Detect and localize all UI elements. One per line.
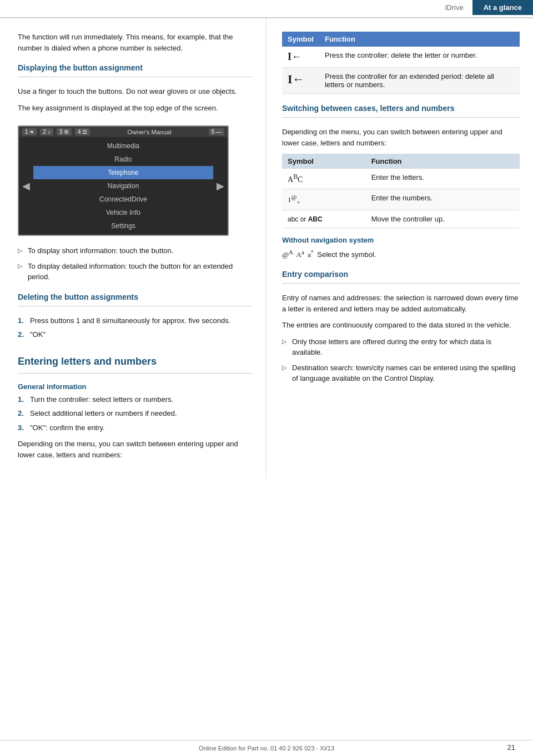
table1-symbol-1: I← xyxy=(282,47,319,68)
section2-divider xyxy=(18,306,253,306)
entry-comparison-para2: The entries are continuously compared to… xyxy=(282,320,520,331)
menu-settings: Settings xyxy=(33,219,213,233)
delete-symbol-2: I← xyxy=(288,72,305,86)
screen-nav-arrow-right: ▶ xyxy=(213,137,228,235)
table2-symbol-3: abc or ABC xyxy=(282,210,366,228)
deleting-steps: 1. Press buttons 1 and 8 simultaneously … xyxy=(18,315,253,340)
without-nav-symbols: @A Aa aᵃ xyxy=(282,250,313,259)
screen-menu: Multimedia Radio Telephone Navigation Co… xyxy=(33,137,213,235)
numbers-symbol: 1@+ xyxy=(288,195,300,204)
abc-symbol-1: ABC xyxy=(288,175,303,184)
table1-function-2: Press the controller for an extended per… xyxy=(319,68,520,94)
step-num-2: 2. xyxy=(18,329,30,340)
section1-bullets: ▷ To display short information: touch th… xyxy=(18,245,253,283)
switching-para: Depending on the menu, you can switch be… xyxy=(282,127,520,148)
table2-function-3: Move the controller up. xyxy=(366,210,520,228)
entry-bullet-2: ▷ Destination search: town/city names ca… xyxy=(282,362,520,384)
enter-num-2: 2. xyxy=(18,408,30,419)
section1-divider xyxy=(18,77,253,77)
table1-row-2: I← Press the controller for an extended … xyxy=(282,68,520,94)
switching-symbol-table: Symbol Function ABC Enter the letters. 1… xyxy=(282,154,520,228)
header-idrive-label: iDrive xyxy=(436,0,472,15)
section1-para2: The key assignment is displayed at the t… xyxy=(18,103,253,114)
screen-btn-2: 2 ♪ xyxy=(40,128,53,135)
enter-step-3: 3. "OK": confirm the entry. xyxy=(18,422,253,434)
abc-or-ABC-symbol: abc or ABC xyxy=(288,215,323,223)
screen-nav-arrow: ◀ xyxy=(19,137,33,235)
table2-header-symbol: Symbol xyxy=(282,154,366,169)
section1-para1: Use a finger to touch the buttons. Do no… xyxy=(18,86,253,97)
bullet-short-info: ▷ To display short information: touch th… xyxy=(18,245,253,256)
step-2: 2. "OK" xyxy=(18,329,253,340)
page-number: 21 xyxy=(507,743,515,752)
table2-symbol-1: ABC xyxy=(282,169,366,189)
entry-comparison-para1: Entry of names and addresses: the select… xyxy=(282,293,520,314)
screen-btn-4: 4 ☰ xyxy=(75,128,90,135)
header-at-a-glance-label: At a glance xyxy=(472,0,533,15)
bullet-arrow-2: ▷ xyxy=(18,261,28,283)
table2-symbol-2: 1@+ xyxy=(282,189,366,210)
entry-comparison-bullets: ▷ Only those letters are offered during … xyxy=(282,336,520,384)
enter-text-3: "OK": confirm the entry. xyxy=(30,422,105,434)
table2-row-3: abc or ABC Move the controller up. xyxy=(282,210,520,228)
bullet-detailed-info: ▷ To display detailed information: touch… xyxy=(18,261,253,283)
menu-connecteddrive: ConnectedDrive xyxy=(33,193,213,206)
screen-btn-5: 5 — xyxy=(209,128,224,135)
page-footer: Online Edition for Part no. 01 40 2 926 … xyxy=(0,740,533,756)
menu-telephone: Telephone xyxy=(33,166,213,179)
table1-function-1: Press the controller: delete the letter … xyxy=(319,47,520,68)
without-nav-heading: Without navigation system xyxy=(282,236,520,244)
screen-mockup-wrapper: 1 ❧ 2 ♪ 3 ⚙ 4 ☰ Owner's Manual 5 — ◀ Mul… xyxy=(18,119,229,244)
right-column: Symbol Function I← Press the controller:… xyxy=(266,18,533,479)
page-content: The function will run immediately. This … xyxy=(0,18,533,479)
screen-btn-1: 1 ❧ xyxy=(22,128,37,135)
table2-row-1: ABC Enter the letters. xyxy=(282,169,520,189)
screen-mockup: 1 ❧ 2 ♪ 3 ⚙ 4 ☰ Owner's Manual 5 — ◀ Mul… xyxy=(18,125,229,236)
left-column: The function will run immediately. This … xyxy=(0,18,266,479)
bullet-arrow-1: ▷ xyxy=(18,245,28,256)
enter-text-2: Select additional letters or numbers if … xyxy=(30,408,177,419)
table2-function-2: Enter the numbers. xyxy=(366,189,520,210)
screen-top-bar: 1 ❧ 2 ♪ 3 ⚙ 4 ☰ Owner's Manual 5 — xyxy=(19,127,228,137)
menu-vehicle-info: Vehicle Info xyxy=(33,206,213,219)
menu-radio: Radio xyxy=(33,153,213,166)
entry-comparison-heading: Entry comparison xyxy=(282,270,520,279)
menu-navigation: Navigation xyxy=(33,179,213,193)
step-text-2: "OK" xyxy=(30,329,46,340)
table2-function-1: Enter the letters. xyxy=(366,169,520,189)
step-num-1: 1. xyxy=(18,315,30,326)
screen-btn-3: 3 ⚙ xyxy=(57,128,72,135)
table1-header-function: Function xyxy=(319,32,520,47)
enter-num-1: 1. xyxy=(18,394,30,405)
enter-step-2: 2. Select additional letters or numbers … xyxy=(18,408,253,419)
footer-text: Online Edition for Part no. 01 40 2 926 … xyxy=(199,745,334,752)
enter-text-1: Turn the controller: select letters or n… xyxy=(30,394,173,405)
bullet-text-2: To display detailed information: touch t… xyxy=(28,261,253,283)
menu-multimedia: Multimedia xyxy=(33,139,213,153)
intro-paragraph: The function will run immediately. This … xyxy=(18,32,253,53)
without-nav-para: @A Aa aᵃ Select the symbol. xyxy=(282,248,520,260)
table1-row-1: I← Press the controller: delete the lett… xyxy=(282,47,520,68)
entry-bullet-text-1: Only those letters are offered during th… xyxy=(292,336,520,358)
entry-arrow-2: ▷ xyxy=(282,362,292,384)
entering-para: Depending on the menu, you can switch be… xyxy=(18,439,253,460)
page-header: iDrive At a glance xyxy=(0,0,533,18)
entry-arrow-1: ▷ xyxy=(282,336,292,358)
table2-row-2: 1@+ Enter the numbers. xyxy=(282,189,520,210)
enter-step-1: 1. Turn the controller: select letters o… xyxy=(18,394,253,405)
table1-symbol-2: I← xyxy=(282,68,319,94)
delete-symbol-table: Symbol Function I← Press the controller:… xyxy=(282,32,520,94)
step-1: 1. Press buttons 1 and 8 simultaneously … xyxy=(18,315,253,326)
section-deleting-heading: Deleting the button assignments xyxy=(18,293,253,301)
step-text-1: Press buttons 1 and 8 simultaneously for… xyxy=(30,315,230,326)
switching-heading: Switching between cases, letters and num… xyxy=(282,104,520,113)
entry-comparison-divider xyxy=(282,283,520,284)
screen-body: ◀ Multimedia Radio Telephone Navigation … xyxy=(19,137,228,235)
table1-header-symbol: Symbol xyxy=(282,32,319,47)
table2-header-function: Function xyxy=(366,154,520,169)
section-displaying-heading: Displaying the button assignment xyxy=(18,63,253,72)
switching-divider xyxy=(282,117,520,118)
entry-bullet-1: ▷ Only those letters are offered during … xyxy=(282,336,520,358)
general-info-subheading: General information xyxy=(18,382,253,391)
entering-steps: 1. Turn the controller: select letters o… xyxy=(18,394,253,434)
